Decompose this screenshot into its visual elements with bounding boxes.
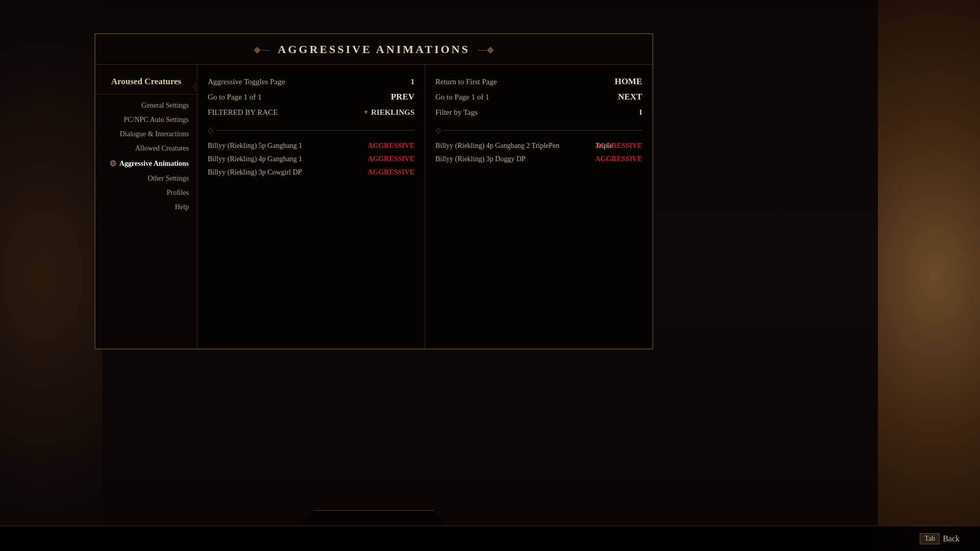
- anim-tag-overlap: AGGRESSIVE TriplePen: [595, 142, 642, 150]
- animation-list-right: Billyy (Riekling) 4p Gangbang 2 TriplePe…: [435, 141, 642, 164]
- anim-name: Billyy (Riekling) 4p Gangbang 1: [208, 155, 302, 163]
- toggle-page-row: Aggressive Toggles Page 1: [208, 74, 414, 89]
- table-row[interactable]: Billyy (Riekling) 3p Doggy DP AGGRESSIVE: [435, 154, 642, 164]
- content-left: Aggressive Toggles Page 1 Go to Page 1 o…: [198, 65, 425, 348]
- tab-key-badge: Tab: [920, 533, 940, 544]
- filter-tags-input[interactable]: I: [639, 108, 642, 117]
- panel-header: ◆— AGGRESSIVE ANIMATIONS —◆: [95, 34, 652, 65]
- toggle-page-label: Aggressive Toggles Page: [208, 78, 285, 86]
- slider-diamond-icon: ◇: [208, 126, 213, 135]
- slider-diamond-icon: ◇: [435, 126, 441, 135]
- anim-tag: AGGRESSIVE: [595, 155, 642, 163]
- sidebar-item-general-settings[interactable]: General Settings: [95, 98, 197, 113]
- animation-list-left: Billyy (Riekling) 5p Gangbang 1 AGGRESSI…: [208, 141, 414, 178]
- sidebar-item-label: Profiles: [166, 189, 189, 197]
- back-label: Back: [943, 534, 960, 543]
- goto-page-label: Go to Page 1 of 1: [208, 93, 261, 102]
- goto-page-right-label: Go to Page 1 of 1: [435, 93, 489, 102]
- filter-arrow-icon: ▼: [363, 109, 369, 116]
- panel-title: AGGRESSIVE ANIMATIONS: [278, 43, 470, 56]
- right-divider: ◇: [435, 126, 642, 135]
- return-first-row: Return to First Page HOME: [435, 74, 642, 89]
- anim-tag: AGGRESSIVE: [368, 155, 414, 163]
- slider-line: [444, 130, 642, 131]
- sidebar-item-label: Dialogue & Interactions: [120, 130, 189, 138]
- content-right: Return to First Page HOME Go to Page 1 o…: [425, 65, 652, 348]
- home-button[interactable]: HOME: [615, 77, 642, 87]
- anim-name: Billyy (Riekling) 5p Gangbang 1: [208, 142, 302, 150]
- anim-name: Billyy (Riekling) 3p Cowgirl DP: [208, 168, 302, 177]
- goto-page-row: Go to Page 1 of 1 PREV: [208, 89, 414, 105]
- table-row[interactable]: Billyy (Riekling) 3p Cowgirl DP AGGRESSI…: [208, 167, 414, 178]
- sidebar-item-label: General Settings: [141, 102, 189, 110]
- bottom-bar: Tab Back: [0, 525, 980, 551]
- filter-race-label: FILTERED BY RACE: [208, 108, 278, 117]
- sidebar-item-pc-npc[interactable]: PC/NPC Auto Settings: [95, 113, 197, 127]
- goto-page-right-row: Go to Page 1 of 1 NEXT: [435, 89, 642, 105]
- sidebar-item-label: Aggressive Animations: [119, 160, 189, 168]
- table-row[interactable]: Billyy (Riekling) 4p Gangbang 2 TriplePe…: [435, 141, 642, 151]
- sidebar-item-profiles[interactable]: Profiles: [95, 186, 197, 200]
- left-divider: ◇: [208, 126, 414, 135]
- slider-line: [216, 130, 414, 131]
- content-columns: Aggressive Toggles Page 1 Go to Page 1 o…: [198, 65, 652, 348]
- sidebar-item-label: Help: [175, 203, 189, 211]
- filter-race-row: FILTERED BY RACE ▼ RIEKLINGS: [208, 105, 414, 120]
- sidebar-title: Aroused Creatures: [95, 72, 197, 94]
- title-deco-right: —◆: [478, 44, 494, 55]
- sidebar-item-other-settings[interactable]: Other Settings: [95, 171, 197, 186]
- anim-name: Billyy (Riekling) 3p Doggy DP: [435, 155, 526, 163]
- content-area: Aggressive Toggles Page 1 Go to Page 1 o…: [198, 65, 652, 348]
- sidebar: Aroused Creatures General Settings PC/NP…: [95, 65, 198, 348]
- sidebar-item-label: Other Settings: [148, 174, 189, 183]
- filter-tags-row: Filter by Tags I: [435, 105, 642, 120]
- filter-race-value[interactable]: ▼ RIEKLINGS: [363, 108, 414, 117]
- next-button[interactable]: NEXT: [618, 92, 642, 102]
- prev-button[interactable]: PREV: [391, 92, 414, 102]
- main-panel: ◆— AGGRESSIVE ANIMATIONS —◆ Aroused Crea…: [94, 33, 653, 349]
- anim-tag: AGGRESSIVE: [368, 142, 414, 150]
- sidebar-item-aggressive-animations[interactable]: ⚙ Aggressive Animations: [95, 156, 197, 171]
- sidebar-item-dialogue[interactable]: Dialogue & Interactions: [95, 127, 197, 141]
- back-button[interactable]: Tab Back: [920, 533, 960, 544]
- table-row[interactable]: Billyy (Riekling) 5p Gangbang 1 AGGRESSI…: [208, 141, 414, 151]
- sidebar-item-label: PC/NPC Auto Settings: [124, 116, 189, 124]
- filter-tags-label: Filter by Tags: [435, 108, 478, 117]
- gear-icon: ⚙: [109, 159, 116, 168]
- return-first-label: Return to First Page: [435, 78, 497, 86]
- toggle-page-value[interactable]: 1: [411, 78, 415, 86]
- sidebar-item-help[interactable]: Help: [95, 200, 197, 214]
- table-row[interactable]: Billyy (Riekling) 4p Gangbang 1 AGGRESSI…: [208, 154, 414, 164]
- anim-name: Billyy (Riekling) 4p Gangbang 2 TriplePe…: [435, 142, 559, 150]
- panel-body: Aroused Creatures General Settings PC/NP…: [95, 65, 652, 348]
- sidebar-item-allowed-creatures[interactable]: Allowed Creatures: [95, 141, 197, 156]
- filter-race-text: RIEKLINGS: [371, 108, 414, 117]
- anim-tag: AGGRESSIVE: [368, 168, 414, 177]
- title-deco-left: ◆—: [254, 44, 270, 55]
- sidebar-item-label: Allowed Creatures: [135, 144, 189, 153]
